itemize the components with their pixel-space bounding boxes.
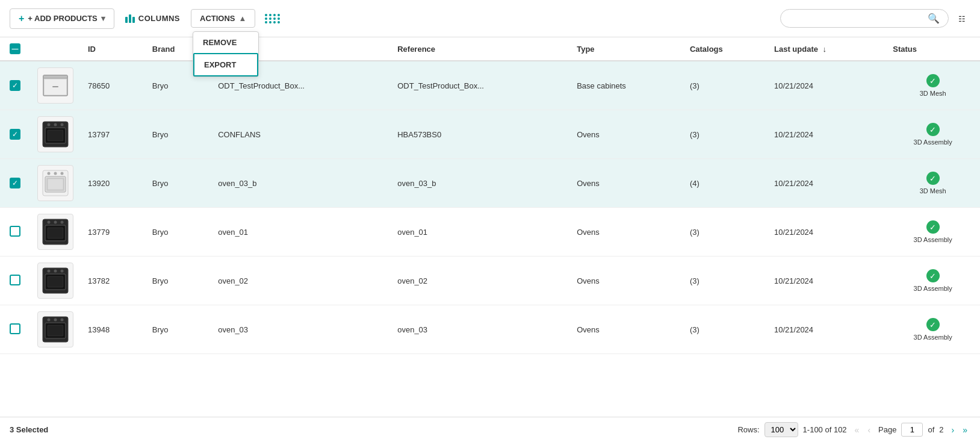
- id-col-header[interactable]: ID: [81, 37, 145, 61]
- row-img-cell: [30, 159, 81, 208]
- first-page-button[interactable]: «: [852, 424, 863, 436]
- row-type: Ovens: [569, 159, 683, 208]
- row-catalogs: (3): [683, 208, 767, 257]
- product-image: [37, 165, 73, 201]
- total-pages-label: of: [928, 425, 934, 434]
- row-checkbox-cell[interactable]: [0, 208, 30, 257]
- rows-select[interactable]: 100 50 25: [764, 422, 798, 437]
- search-icon[interactable]: 🔍: [928, 13, 940, 24]
- svg-rect-31: [48, 276, 63, 287]
- status-col-header[interactable]: Status: [885, 37, 980, 61]
- total-pages-value: 2: [939, 425, 943, 434]
- columns-button[interactable]: COLUMNS: [119, 10, 186, 27]
- row-name: oven_03: [211, 305, 390, 354]
- catalogs-col-header[interactable]: Catalogs: [683, 37, 767, 61]
- selected-count: 3 Selected: [10, 425, 48, 434]
- svg-point-7: [54, 123, 57, 126]
- row-reference: oven_03_b: [390, 159, 569, 208]
- select-all-checkbox[interactable]: [10, 43, 20, 54]
- svg-point-20: [48, 221, 51, 224]
- page-nav: « ‹: [852, 424, 873, 436]
- row-brand: Bryo: [145, 110, 211, 159]
- filter-button[interactable]: ☷: [954, 8, 970, 29]
- row-checkbox[interactable]: [10, 129, 20, 140]
- status-label: 3D Assembly: [914, 285, 952, 292]
- table-container: ID Brand Name Reference Type Catalogs La…: [0, 37, 980, 417]
- row-brand: Bryo: [145, 257, 211, 305]
- svg-point-6: [48, 123, 51, 126]
- columns-label: COLUMNS: [138, 14, 180, 23]
- svg-point-29: [61, 270, 64, 273]
- actions-chevron-icon: ▲: [239, 14, 247, 23]
- row-checkbox-cell[interactable]: [0, 159, 30, 208]
- table-row: 78650 Bryo ODT_TestProduct_Box... ODT_Te…: [0, 61, 980, 110]
- row-last-update: 10/21/2024: [767, 61, 885, 110]
- next-page-button[interactable]: ›: [949, 424, 958, 436]
- select-all-header[interactable]: [0, 37, 30, 61]
- select-mode-button[interactable]: [260, 10, 285, 28]
- last-update-col-header[interactable]: Last update ↓: [767, 37, 885, 61]
- add-products-button[interactable]: + + ADD PRODUCTS ▾: [10, 8, 114, 29]
- row-checkbox[interactable]: [10, 178, 20, 188]
- actions-button[interactable]: ACTIONS ▲: [191, 9, 255, 28]
- product-image: [37, 263, 73, 299]
- img-col-header: [30, 37, 81, 61]
- svg-point-35: [54, 319, 57, 322]
- range-label: 1-100 of 102: [803, 425, 847, 434]
- add-products-chevron-icon: ▾: [101, 14, 105, 23]
- search-box: 🔍: [780, 9, 949, 28]
- row-img-cell: [30, 208, 81, 257]
- svg-point-22: [61, 221, 64, 224]
- row-img-cell: [30, 110, 81, 159]
- rows-label: Rows:: [737, 425, 759, 434]
- row-checkbox-cell[interactable]: [0, 257, 30, 305]
- status-badge: ✓ 3D Mesh: [893, 74, 973, 97]
- svg-rect-3: [52, 86, 58, 87]
- export-menu-item[interactable]: EXPORT: [193, 53, 258, 76]
- row-checkbox-cell[interactable]: [0, 61, 30, 110]
- status-badge: ✓ 3D Assembly: [893, 318, 973, 341]
- row-img-cell: [30, 305, 81, 354]
- add-products-label: + ADD PRODUCTS: [28, 14, 97, 23]
- status-badge: ✓ 3D Assembly: [893, 123, 973, 146]
- prev-page-button[interactable]: ‹: [864, 424, 873, 436]
- row-checkbox[interactable]: [10, 80, 20, 91]
- row-last-update: 10/21/2024: [767, 305, 885, 354]
- row-catalogs: (3): [683, 257, 767, 305]
- status-badge: ✓ 3D Mesh: [893, 172, 973, 195]
- row-checkbox[interactable]: [10, 275, 20, 285]
- row-checkbox[interactable]: [10, 323, 20, 334]
- remove-menu-item[interactable]: REMOVE: [193, 32, 258, 53]
- row-id: 78650: [81, 61, 145, 110]
- row-id: 13779: [81, 208, 145, 257]
- table-header-row: ID Brand Name Reference Type Catalogs La…: [0, 37, 980, 61]
- reference-col-header[interactable]: Reference: [390, 37, 569, 61]
- last-page-button[interactable]: »: [960, 424, 970, 436]
- page-input[interactable]: [901, 423, 923, 437]
- status-check-icon: ✓: [926, 172, 940, 185]
- row-catalogs: (3): [683, 110, 767, 159]
- toolbar: + + ADD PRODUCTS ▾ COLUMNS ACTIONS ▲ REM…: [0, 0, 980, 37]
- row-reference: ODT_TestProduct_Box...: [390, 61, 569, 110]
- status-check-icon: ✓: [926, 123, 940, 136]
- row-name: oven_03_b: [211, 159, 390, 208]
- row-checkbox-cell[interactable]: [0, 305, 30, 354]
- row-checkbox-cell[interactable]: [0, 110, 30, 159]
- row-type: Ovens: [569, 257, 683, 305]
- search-input[interactable]: [789, 14, 928, 23]
- row-status: ✓ 3D Assembly: [885, 208, 980, 257]
- row-name: oven_02: [211, 257, 390, 305]
- actions-label: ACTIONS: [200, 14, 235, 23]
- product-image: [37, 311, 73, 347]
- svg-point-34: [48, 319, 51, 322]
- row-checkbox[interactable]: [10, 226, 20, 237]
- status-check-icon: ✓: [926, 318, 940, 331]
- product-image: [37, 214, 73, 250]
- row-type: Ovens: [569, 305, 683, 354]
- row-brand: Bryo: [145, 159, 211, 208]
- status-badge: ✓ 3D Assembly: [893, 220, 973, 243]
- row-status: ✓ 3D Assembly: [885, 305, 980, 354]
- row-catalogs: (3): [683, 305, 767, 354]
- type-col-header[interactable]: Type: [569, 37, 683, 61]
- row-last-update: 10/21/2024: [767, 257, 885, 305]
